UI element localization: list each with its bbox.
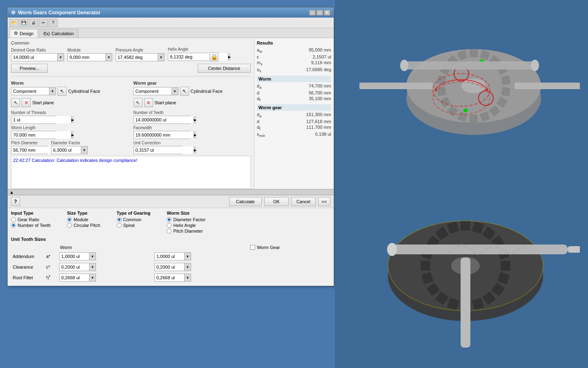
gear-ratio-dropdown[interactable]: 14,0000 ul ▼	[11, 53, 64, 61]
radio-module-btn[interactable]	[67, 217, 72, 222]
ok-button[interactable]: OK	[264, 197, 289, 206]
cut-button[interactable]: ✂	[39, 19, 48, 27]
worm-type-arrow[interactable]: ▼	[49, 88, 56, 95]
radio-common[interactable]: Common	[117, 217, 151, 222]
pitch-diameter-input[interactable]: ▶	[11, 146, 48, 154]
radio-gear-ratio-btn[interactable]	[11, 217, 16, 222]
module-dropdown[interactable]: 9,000 mm ▼	[67, 53, 112, 61]
worm-cross-icon[interactable]: ✕	[22, 98, 31, 107]
clearance-worm-arrow[interactable]: ▼	[89, 263, 96, 271]
result-worm-df: df 35,100 mm	[257, 96, 331, 103]
radio-pitch-diameter[interactable]: Pitch Diameter	[167, 229, 205, 233]
facewidth-arrow[interactable]: ▶	[194, 131, 196, 139]
minimize-button[interactable]: ─	[309, 10, 316, 16]
save-button[interactable]: 💾	[19, 19, 28, 27]
radio-common-btn[interactable]	[117, 217, 122, 222]
cancel-button[interactable]: Cancel	[291, 197, 316, 206]
maximize-button[interactable]: □	[316, 10, 323, 16]
help-button[interactable]: ?	[11, 197, 20, 206]
unit-correction-arrow[interactable]: ▶	[194, 146, 196, 154]
addendum-worm-gear-value: 1,0000 ul	[155, 253, 184, 260]
radio-pitch-diameter-btn[interactable]	[167, 229, 172, 233]
helix-angle-arrow[interactable]: ▶	[228, 53, 231, 61]
gear-ratio-dropdown-arrow[interactable]: ▼	[57, 54, 64, 61]
svg-rect-6	[501, 76, 510, 85]
folder-button[interactable]: 📂	[9, 19, 18, 27]
worm-gear-type-arrow[interactable]: ▼	[172, 88, 178, 95]
print-button[interactable]: 🖨	[29, 19, 38, 27]
addendum-worm-gear-dropdown[interactable]: 1,0000 ul ▼	[154, 252, 191, 260]
root-fillet-worm-gear-arrow[interactable]: ▼	[184, 274, 191, 281]
root-fillet-worm-gear-dropdown[interactable]: 0,2668 ul ▼	[154, 274, 191, 282]
num-threads-label: Number of Threads	[11, 110, 129, 115]
tab-design[interactable]: ⚙ Design	[9, 29, 38, 38]
module-dropdown-arrow[interactable]: ▼	[105, 54, 112, 61]
unit-correction-input[interactable]: ▶	[134, 146, 183, 154]
num-threads-field[interactable]	[11, 116, 71, 123]
helix-angle-field[interactable]	[168, 53, 228, 61]
radio-helix-angle[interactable]: Helix Angle	[167, 223, 205, 228]
calculate-button[interactable]: Calculate	[229, 197, 262, 206]
tooth-col-empty	[12, 244, 45, 251]
addendum-worm-dropdown[interactable]: 1,0000 ul ▼	[59, 252, 96, 260]
radio-num-teeth[interactable]: Number of Teeth	[11, 223, 51, 228]
unit-correction-field[interactable]	[134, 146, 194, 154]
radio-circular-pitch[interactable]: Circular Pitch	[67, 223, 100, 228]
clearance-worm-dropdown[interactable]: 0,2000 ul ▼	[59, 263, 96, 271]
facewidth-field[interactable]	[134, 131, 194, 139]
diameter-factor-dropdown[interactable]: 6,3000 ul ▼	[51, 146, 88, 154]
radio-spiral-btn[interactable]	[117, 223, 122, 228]
radio-helix-angle-btn[interactable]	[167, 223, 172, 228]
center-distance-button[interactable]: Center Distance	[198, 64, 251, 73]
diameter-factor-arrow[interactable]: ▼	[81, 146, 87, 154]
worm-length-input[interactable]: ▶	[11, 131, 56, 139]
worm-gear-checkbox[interactable]	[250, 245, 255, 250]
facewidth-input[interactable]: ▶	[134, 131, 191, 139]
worm-bottom-fields: Pitch Diameter ▶ Diameter Factor 6,3000 …	[11, 141, 129, 154]
preview-button[interactable]: Preview...	[11, 64, 48, 73]
worm-gear-type-dropdown[interactable]: Component ▼	[134, 87, 178, 95]
results-worm-fields: da 74,700 mm d 56,700 mm df 35,100 mm	[257, 83, 331, 103]
num-threads-input[interactable]: ▶	[11, 116, 56, 124]
worm-type-dropdown[interactable]: Component ▼	[11, 87, 56, 95]
radio-diameter-factor-btn[interactable]	[167, 217, 172, 222]
pressure-angle-dropdown-arrow[interactable]: ▼	[158, 54, 164, 61]
worm-gear-cross-icon[interactable]: ✕	[144, 98, 153, 107]
worm-select-icon[interactable]: ↖	[58, 87, 67, 96]
helix-angle-lock-button[interactable]: 🔒	[209, 52, 218, 61]
radio-num-teeth-btn[interactable]	[11, 223, 16, 228]
radio-module[interactable]: Module	[67, 217, 100, 222]
tooth-worm-header: Worm	[58, 244, 248, 251]
addendum-symbol: a*	[45, 251, 58, 261]
worm-gear-cursor-icon[interactable]: ↖	[134, 98, 143, 107]
size-type-section: Size Type Module Circular Pitch	[67, 211, 100, 234]
radio-diameter-factor[interactable]: Diameter Factor	[167, 217, 205, 222]
collapse-right-button[interactable]: <<	[318, 197, 330, 206]
radio-circular-pitch-btn[interactable]	[67, 223, 72, 228]
radio-gear-ratio[interactable]: Gear Ratio	[11, 217, 51, 222]
result-mx-value: 9,116 mm	[311, 60, 331, 66]
close-button[interactable]: ✕	[324, 10, 330, 16]
worm-length-field[interactable]	[11, 131, 71, 139]
collapse-bar[interactable]: ▲	[8, 189, 334, 195]
worm-cursor-icon[interactable]: ↖	[11, 98, 20, 107]
result-wg-d-value: 127,618 mm	[306, 119, 331, 124]
root-fillet-worm-arrow[interactable]: ▼	[89, 274, 96, 281]
tab-calculation[interactable]: f(x) Calculation	[39, 29, 78, 38]
clearance-worm-gear-dropdown[interactable]: 0,2000 ul ▼	[154, 263, 191, 271]
num-teeth-field[interactable]	[134, 116, 194, 123]
num-teeth-input[interactable]: ▶	[134, 116, 191, 124]
radio-spiral[interactable]: Spiral	[117, 223, 151, 228]
addendum-worm-gear-arrow[interactable]: ▼	[184, 253, 191, 260]
svg-point-26	[463, 108, 468, 112]
worm-length-arrow[interactable]: ▶	[71, 131, 74, 139]
help-toolbar-button[interactable]: ?	[49, 19, 58, 27]
pressure-angle-dropdown[interactable]: 17,4582 deg ▼	[116, 53, 165, 61]
clearance-worm-gear-arrow[interactable]: ▼	[184, 263, 191, 271]
worm-gear-select-icon[interactable]: ↖	[180, 87, 189, 96]
num-teeth-arrow[interactable]: ▶	[194, 116, 196, 123]
num-threads-arrow[interactable]: ▶	[71, 116, 74, 123]
addendum-worm-arrow[interactable]: ▼	[89, 253, 96, 260]
helix-angle-input[interactable]: ▶	[168, 53, 209, 61]
root-fillet-worm-dropdown[interactable]: 0,2668 ul ▼	[59, 274, 96, 282]
